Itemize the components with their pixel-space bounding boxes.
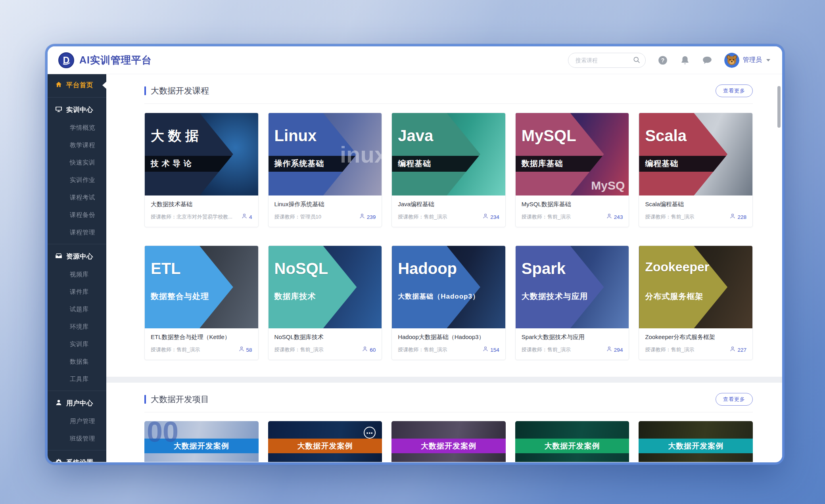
sidebar-item-monitor[interactable]: 实训中心 bbox=[48, 100, 106, 119]
sidebar-subitem[interactable]: 班级管理 bbox=[48, 430, 106, 447]
course-cover: 大 数 据技 术 导 论 bbox=[145, 113, 258, 195]
section-projects: 大数据开发项目 查看更多 00大数据开发案例•••大数据开发案例大数据开发案例大… bbox=[106, 383, 782, 462]
sidebar-subitem[interactable]: 工具库 bbox=[48, 370, 106, 388]
student-count-icon bbox=[359, 213, 365, 221]
help-icon[interactable]: ? bbox=[658, 55, 668, 65]
course-info: MySQL数据库基础授课教师：售前_演示243 bbox=[516, 195, 629, 227]
course-teacher: 授课教师：售前_演示 bbox=[151, 346, 235, 353]
student-count-icon bbox=[238, 346, 245, 354]
divider bbox=[144, 103, 753, 104]
course-teacher: 授课教师：管理员10 bbox=[274, 213, 356, 220]
course-card[interactable]: ETL数据整合与处理ETL数据整合与处理（Kettle）授课教师：售前_演示58 bbox=[144, 245, 259, 360]
course-teacher: 授课教师：售前_演示 bbox=[398, 213, 479, 220]
course-card[interactable]: MySQMySQL数据库基础MySQL数据库基础授课教师：售前_演示243 bbox=[515, 113, 629, 227]
course-teacher: 授课教师：售前_演示 bbox=[522, 213, 603, 220]
sidebar-subitem[interactable]: 环境库 bbox=[48, 318, 106, 335]
course-info: Hadoop大数据基础（Hadoop3）授课教师：售前_演示154 bbox=[392, 328, 505, 360]
student-count: 243 bbox=[606, 213, 623, 221]
course-cover: Zookeeper分布式服务框架 bbox=[639, 246, 752, 328]
view-more-projects-button[interactable]: 查看更多 bbox=[716, 393, 753, 406]
course-title: 大数据技术基础 bbox=[151, 201, 252, 208]
student-count-icon bbox=[362, 346, 368, 354]
course-info: ETL数据整合与处理（Kettle）授课教师：售前_演示58 bbox=[145, 328, 258, 360]
sidebar-item-home[interactable]: 平台首页 bbox=[48, 76, 106, 94]
course-card[interactable]: Scala编程基础Scala编程基础授课教师：售前_演示228 bbox=[639, 113, 753, 227]
course-title: Spark大数据技术与应用 bbox=[522, 333, 623, 341]
course-card[interactable]: Zookeeper分布式服务框架Zookeeper分布式服务框架授课教师：售前_… bbox=[639, 245, 753, 360]
sidebar-subitem-label: 试题库 bbox=[70, 305, 89, 314]
cover-text: Java编程基础 bbox=[392, 113, 505, 195]
course-cover: Hadoop大数据基础（Hadoop3） bbox=[392, 246, 505, 328]
sidebar-subitem[interactable]: 课程备份 bbox=[48, 206, 106, 224]
view-more-courses-button[interactable]: 查看更多 bbox=[716, 84, 753, 97]
course-info: Zookeeper分布式服务框架授课教师：售前_演示227 bbox=[639, 328, 752, 360]
course-card[interactable]: Spark大数据技术与应用Spark大数据技术与应用授课教师：售前_演示294 bbox=[515, 245, 629, 360]
project-banner: 大数据开发案例 bbox=[639, 439, 753, 453]
course-title: Hadoop大数据基础（Hadoop3） bbox=[398, 333, 499, 341]
student-count-icon bbox=[606, 213, 612, 221]
sidebar-subitem[interactable]: 学情概览 bbox=[48, 119, 106, 136]
sidebar-subitem[interactable]: 教学课程 bbox=[48, 136, 106, 154]
sidebar-subitem[interactable]: 课程管理 bbox=[48, 224, 106, 241]
course-card[interactable]: inuxLinux操作系统基础Linux操作系统基础授课教师：管理员10239 bbox=[268, 113, 382, 227]
divider bbox=[144, 412, 753, 412]
message-icon[interactable] bbox=[702, 55, 712, 65]
course-card[interactable]: Java编程基础Java编程基础授课教师：售前_演示234 bbox=[391, 113, 506, 227]
course-title: Linux操作系统基础 bbox=[274, 201, 376, 208]
search-icon[interactable] bbox=[633, 56, 641, 65]
student-count: 60 bbox=[362, 346, 376, 354]
sidebar-subitem[interactable]: 数据集 bbox=[48, 353, 106, 370]
sidebar-subitem[interactable]: 快速实训 bbox=[48, 154, 106, 171]
section-courses: 大数据开发课程 查看更多 大 数 据技 术 导 论大数据技术基础授课教师：北京市… bbox=[106, 74, 782, 377]
student-count-value: 239 bbox=[367, 214, 376, 220]
sidebar-subitem[interactable]: 实训作业 bbox=[48, 171, 106, 189]
sidebar-subitem-label: 环境库 bbox=[70, 323, 89, 331]
course-title: MySQL数据库基础 bbox=[522, 201, 623, 208]
student-count: 154 bbox=[482, 346, 499, 354]
project-card[interactable]: •••大数据开发案例 bbox=[268, 421, 382, 462]
course-card[interactable]: 大 数 据技 术 导 论大数据技术基础授课教师：北京市对外贸易学校教...4 bbox=[144, 113, 259, 227]
course-teacher: 授课教师：售前_演示 bbox=[522, 346, 603, 353]
user-icon bbox=[55, 399, 62, 408]
title-accent-bar bbox=[144, 86, 146, 95]
scrollbar-thumb[interactable] bbox=[777, 86, 781, 128]
sidebar-subitem-label: 课程管理 bbox=[70, 228, 95, 237]
sidebar-subitem[interactable]: 实训库 bbox=[48, 335, 106, 353]
sidebar-item-user[interactable]: 用户中心 bbox=[48, 394, 106, 412]
cover-background-text: 00 bbox=[147, 421, 178, 448]
cover-title: Spark bbox=[522, 260, 566, 278]
cover-subtitle: 分布式服务框架 bbox=[645, 289, 703, 305]
cover-subtitle: 大数据技术与应用 bbox=[522, 289, 588, 305]
course-cover: Java编程基础 bbox=[392, 113, 505, 195]
sidebar-subitem[interactable]: 试题库 bbox=[48, 301, 106, 318]
user-menu[interactable]: 管理员 bbox=[724, 53, 770, 68]
sidebar-subitem[interactable]: 课件库 bbox=[48, 283, 106, 301]
sidebar-item-gear[interactable]: 系统设置 bbox=[48, 453, 106, 462]
archive-icon bbox=[55, 252, 62, 261]
project-card[interactable]: 00大数据开发案例 bbox=[144, 421, 259, 462]
notification-bell-icon[interactable] bbox=[680, 55, 690, 65]
course-info: Java编程基础授课教师：售前_演示234 bbox=[392, 195, 505, 227]
project-card[interactable]: 大数据开发案例 bbox=[515, 421, 629, 462]
cover-text: Hadoop大数据基础（Hadoop3） bbox=[392, 246, 505, 328]
course-card[interactable]: Hadoop大数据基础（Hadoop3）Hadoop大数据基础（Hadoop3）… bbox=[391, 245, 506, 360]
project-card[interactable]: 大数据开发案例 bbox=[639, 421, 753, 462]
cover-text: Linux操作系统基础 bbox=[269, 113, 382, 195]
student-count: 294 bbox=[606, 346, 623, 354]
sidebar-item-label: 平台首页 bbox=[66, 81, 93, 90]
page-title: AI实训管理平台 bbox=[79, 54, 152, 67]
cover-title: Hadoop bbox=[398, 260, 457, 278]
sidebar-item-archive[interactable]: 资源中心 bbox=[48, 247, 106, 266]
course-card[interactable]: NoSQL数据库技术NoSQL数据库技术授课教师：售前_演示60 bbox=[268, 245, 382, 360]
cover-title: Java bbox=[398, 127, 433, 145]
cover-text: 大 数 据技 术 导 论 bbox=[145, 113, 258, 195]
course-cover: ETL数据整合与处理 bbox=[145, 246, 258, 328]
ellipsis-badge-icon: ••• bbox=[364, 427, 376, 439]
sidebar-subitem[interactable]: 用户管理 bbox=[48, 412, 106, 430]
sidebar-subitem[interactable]: 课程考试 bbox=[48, 189, 106, 206]
project-card[interactable]: 大数据开发案例 bbox=[391, 421, 506, 462]
sidebar-subitem[interactable]: 视频库 bbox=[48, 266, 106, 283]
sidebar-item-label: 资源中心 bbox=[66, 252, 93, 261]
monitor-icon bbox=[55, 105, 62, 114]
cover-text: MySQL数据库基础 bbox=[516, 113, 629, 195]
